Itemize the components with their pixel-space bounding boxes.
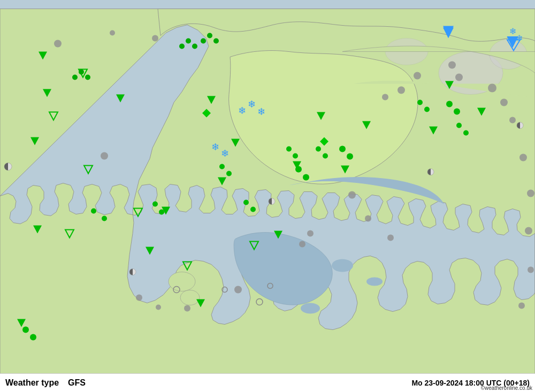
- svg-point-4: [332, 259, 353, 272]
- svg-point-46: [295, 166, 302, 173]
- svg-point-90: [500, 99, 508, 106]
- svg-point-45: [293, 153, 298, 159]
- svg-point-44: [286, 147, 292, 152]
- model-name: GFS: [68, 378, 86, 388]
- svg-point-51: [347, 153, 353, 160]
- svg-point-109: [201, 39, 206, 44]
- svg-point-54: [446, 101, 453, 107]
- svg-point-39: [159, 210, 164, 215]
- svg-point-80: [299, 241, 305, 248]
- svg-point-6: [301, 303, 320, 314]
- svg-point-87: [448, 62, 456, 69]
- svg-point-48: [316, 147, 321, 152]
- svg-point-53: [424, 107, 430, 112]
- svg-point-50: [339, 146, 346, 152]
- svg-point-86: [414, 72, 421, 80]
- copyright-text: ©weatheronline.co.uk: [481, 385, 532, 391]
- svg-point-83: [387, 235, 394, 241]
- svg-point-5: [366, 278, 383, 286]
- svg-text:❄: ❄: [257, 106, 265, 117]
- bottom-left-info: Weather type GFS: [5, 378, 86, 388]
- svg-point-56: [456, 123, 462, 128]
- svg-point-43: [250, 207, 256, 212]
- svg-point-49: [323, 153, 328, 159]
- svg-point-52: [417, 100, 423, 105]
- svg-point-55: [454, 109, 460, 115]
- svg-point-81: [348, 191, 356, 199]
- svg-point-88: [455, 74, 463, 81]
- svg-point-58: [22, 327, 29, 333]
- svg-point-112: [179, 44, 185, 49]
- svg-point-47: [303, 174, 309, 181]
- svg-point-108: [85, 75, 90, 80]
- svg-point-41: [226, 171, 232, 176]
- svg-point-111: [213, 39, 219, 44]
- svg-text:❄: ❄: [248, 99, 256, 110]
- svg-point-75: [136, 295, 142, 301]
- svg-point-107: [79, 70, 84, 75]
- map-container: ❄ ❄ ❄ ❄ ❄ ❄ ❄: [0, 0, 535, 392]
- svg-point-85: [382, 94, 388, 101]
- svg-point-95: [528, 267, 534, 273]
- svg-point-37: [102, 216, 107, 221]
- svg-point-110: [207, 33, 212, 39]
- svg-point-76: [156, 305, 161, 310]
- svg-point-38: [152, 202, 158, 207]
- svg-text:❄: ❄: [238, 105, 246, 116]
- svg-point-91: [509, 117, 516, 124]
- svg-point-57: [463, 130, 469, 136]
- map-title: Weather type: [5, 378, 59, 388]
- svg-point-114: [192, 44, 197, 49]
- svg-point-92: [519, 154, 527, 162]
- svg-point-59: [30, 334, 36, 341]
- svg-point-73: [152, 35, 158, 42]
- svg-point-106: [72, 75, 78, 80]
- svg-point-79: [307, 230, 314, 237]
- svg-text:❄: ❄: [211, 142, 219, 152]
- svg-point-7: [169, 272, 195, 291]
- svg-text:❄: ❄: [221, 148, 229, 159]
- svg-text:❄: ❄: [509, 27, 516, 36]
- svg-point-93: [527, 190, 534, 197]
- svg-point-8: [180, 290, 200, 305]
- svg-point-77: [184, 305, 190, 312]
- svg-point-84: [398, 87, 405, 94]
- svg-point-72: [110, 30, 115, 36]
- map-svg: ❄ ❄ ❄ ❄ ❄ ❄ ❄: [0, 0, 535, 392]
- svg-point-78: [234, 286, 242, 294]
- svg-point-42: [243, 200, 249, 205]
- svg-point-74: [101, 152, 108, 160]
- svg-point-40: [219, 164, 225, 170]
- svg-point-89: [488, 84, 496, 93]
- svg-point-82: [365, 216, 371, 222]
- svg-point-71: [54, 40, 62, 48]
- svg-point-113: [186, 39, 191, 44]
- svg-point-94: [525, 227, 532, 235]
- svg-point-36: [91, 209, 96, 214]
- svg-point-96: [518, 303, 525, 309]
- bottom-bar: Weather type GFS Mo 23-09-2024 18:00 UTC…: [0, 373, 535, 392]
